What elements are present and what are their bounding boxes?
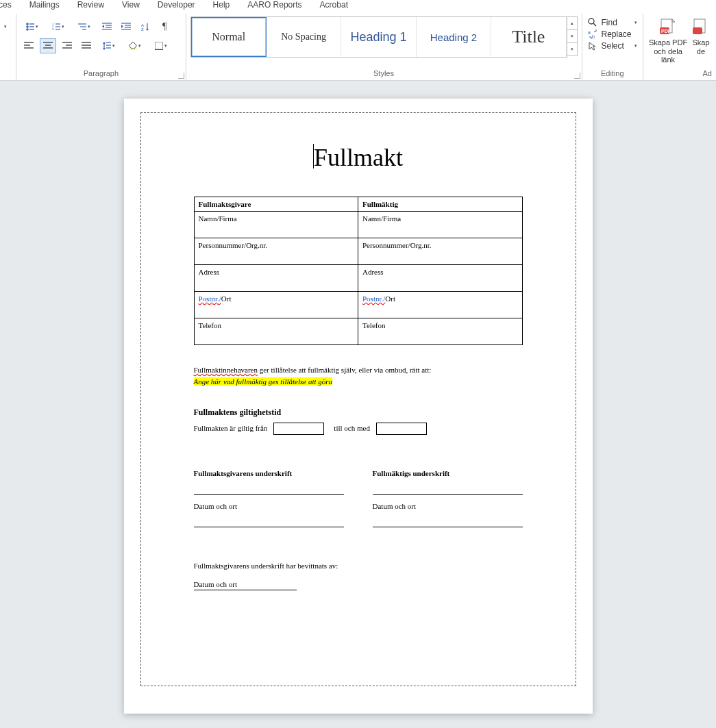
menu-item[interactable]: Developer xyxy=(156,0,197,10)
signature-line xyxy=(373,513,523,527)
create-pdf-2-button[interactable]: Skap de xyxy=(690,18,712,64)
style-heading1[interactable]: Heading 1 xyxy=(341,17,416,57)
svg-marker-54 xyxy=(589,42,595,50)
svg-text:b: b xyxy=(592,34,595,39)
increase-indent-button[interactable] xyxy=(118,19,134,34)
replace-button[interactable]: ab Replace xyxy=(587,29,639,39)
table-cell[interactable]: Postnr./Ort xyxy=(358,292,523,318)
justify-button[interactable] xyxy=(78,38,95,53)
create-pdf-button[interactable]: PDF Skapa PDF och dela länk xyxy=(647,18,689,64)
align-left-button[interactable] xyxy=(21,38,37,53)
styles-gallery[interactable]: Normal No Spacing Heading 1 Heading 2 Ti… xyxy=(190,16,567,58)
find-button[interactable]: Find ▾ xyxy=(587,18,639,27)
select-label: Select xyxy=(602,41,624,51)
svg-point-2 xyxy=(27,26,28,27)
date-from-field[interactable] xyxy=(273,423,324,435)
scroll-up-icon[interactable]: ▴ xyxy=(567,17,577,30)
validity-section[interactable]: Fullmaktens giltighetstid Fullmakten är … xyxy=(194,406,523,435)
menu-bar[interactable]: ces Mailings Review View Developer Help … xyxy=(0,0,716,14)
table-cell[interactable]: Adress xyxy=(194,265,358,292)
table-cell[interactable]: Postnr./Ort xyxy=(194,292,358,318)
paragraph-marks-button[interactable]: ¶ xyxy=(156,19,173,34)
signature-line xyxy=(194,590,297,590)
multilevel-list-button[interactable]: ▾ xyxy=(73,19,96,34)
menu-item[interactable]: AARO Reports xyxy=(246,0,303,10)
spellcheck-word[interactable]: Fullmaktinnehavaren xyxy=(194,366,258,374)
table-cell[interactable]: Telefon xyxy=(358,318,523,345)
date-to-field[interactable] xyxy=(376,423,427,435)
section-heading: Fullmaktens giltighetstid xyxy=(194,406,523,418)
signature-right[interactable]: Fullmäktigs underskrift Datum och ort xyxy=(373,468,523,533)
group-label: Paragraph xyxy=(21,69,181,80)
ribbon-group-clipboard: ▾ xyxy=(0,14,16,80)
signature-columns: Fullmaktsgivarens underskrift Datum och … xyxy=(194,468,523,533)
dialog-launcher-icon[interactable] xyxy=(574,73,580,79)
svg-text:Z: Z xyxy=(141,27,144,31)
body-paragraph[interactable]: Fullmaktinnehavaren ger tillåtelse att f… xyxy=(194,364,523,387)
svg-marker-19 xyxy=(102,25,104,28)
signature-line xyxy=(194,481,344,495)
menu-item[interactable]: Review xyxy=(76,0,106,10)
style-heading2[interactable]: Heading 2 xyxy=(417,17,491,57)
dialog-launcher-icon[interactable] xyxy=(178,73,184,79)
group-label: Ad xyxy=(647,69,712,80)
style-title[interactable]: Title xyxy=(491,17,566,57)
pdf-icon xyxy=(691,18,711,37)
menu-item[interactable]: Mailings xyxy=(28,0,61,10)
table-head-right[interactable]: Fullmäktig xyxy=(358,197,523,212)
svg-point-50 xyxy=(589,18,594,24)
menu-item[interactable]: ces xyxy=(0,0,13,10)
document-canvas[interactable]: Fullmakt Fullmaktsgivare Fullmäktig Namn… xyxy=(0,81,716,728)
shading-button[interactable]: ▾ xyxy=(123,38,147,53)
svg-text:a: a xyxy=(588,30,591,35)
align-right-button[interactable] xyxy=(59,38,75,53)
highlighted-placeholder[interactable]: Ange här vad fullmäktig ges tillåtelse a… xyxy=(194,377,333,386)
style-normal[interactable]: Normal xyxy=(191,17,267,57)
decrease-indent-button[interactable] xyxy=(99,19,115,34)
replace-icon: ab xyxy=(588,29,597,39)
svg-text:PDF: PDF xyxy=(661,29,671,34)
table-cell[interactable]: Namn/Firma xyxy=(194,212,358,238)
table-head-left[interactable]: Fullmaktsgivare xyxy=(194,197,358,212)
expand-gallery-icon[interactable]: ▾ xyxy=(567,43,577,55)
create-pdf-label: Skapa PDF och dela länk xyxy=(647,38,689,64)
group-label: Editing xyxy=(587,69,639,80)
search-icon xyxy=(588,18,597,27)
select-button[interactable]: Select ▾ xyxy=(587,41,639,51)
bullet-list-button[interactable]: ▾ xyxy=(21,19,44,34)
table-cell[interactable]: Telefon xyxy=(194,318,358,345)
signature-left[interactable]: Fullmaktsgivarens underskrift Datum och … xyxy=(194,468,344,533)
table-cell[interactable]: Personnummer/Org.nr. xyxy=(358,238,523,265)
table-cell[interactable]: Personnummer/Org.nr. xyxy=(194,238,358,265)
sort-button[interactable]: AZ xyxy=(137,19,153,34)
borders-button[interactable]: ▾ xyxy=(149,38,173,53)
clipboard-button[interactable]: ▾ xyxy=(0,19,10,34)
align-center-button[interactable] xyxy=(40,38,56,53)
menu-item[interactable]: Acrobat xyxy=(319,0,349,10)
document-title[interactable]: Fullmakt xyxy=(156,143,560,172)
witness-label: Fullmaktsgivarens underskrift har bevitt… xyxy=(194,560,523,572)
line-spacing-button[interactable]: ▾ xyxy=(97,38,121,53)
svg-point-4 xyxy=(27,29,28,30)
svg-marker-45 xyxy=(103,42,106,44)
find-label: Find xyxy=(602,18,617,27)
menu-item[interactable]: Help xyxy=(212,0,232,10)
table-cell[interactable]: Namn/Firma xyxy=(358,212,523,238)
menu-item[interactable]: View xyxy=(121,0,141,10)
date-place-label: Datum och ort xyxy=(373,501,523,512)
svg-rect-47 xyxy=(129,49,137,50)
cursor-icon xyxy=(588,41,597,51)
party-table[interactable]: Fullmaktsgivare Fullmäktig Namn/FirmaNam… xyxy=(194,197,523,345)
witness-section[interactable]: Fullmaktsgivarens underskrift har bevitt… xyxy=(194,560,523,590)
scroll-down-icon[interactable]: ▾ xyxy=(567,30,577,43)
ribbon-group-editing: Find ▾ ab Replace Select ▾ Editing xyxy=(582,14,643,80)
style-no-spacing[interactable]: No Spacing xyxy=(267,17,341,57)
styles-scroll[interactable]: ▴ ▾ ▾ xyxy=(567,16,578,56)
signature-label: Fullmäktigs underskrift xyxy=(373,468,523,479)
page[interactable]: Fullmakt Fullmaktsgivare Fullmäktig Namn… xyxy=(124,99,593,714)
numbered-list-button[interactable]: 123▾ xyxy=(47,19,70,34)
svg-marker-28 xyxy=(146,29,149,31)
ribbon: ▾ ▾ 123▾ ▾ xyxy=(0,14,716,81)
svg-line-51 xyxy=(593,23,596,26)
table-cell[interactable]: Adress xyxy=(358,265,523,292)
